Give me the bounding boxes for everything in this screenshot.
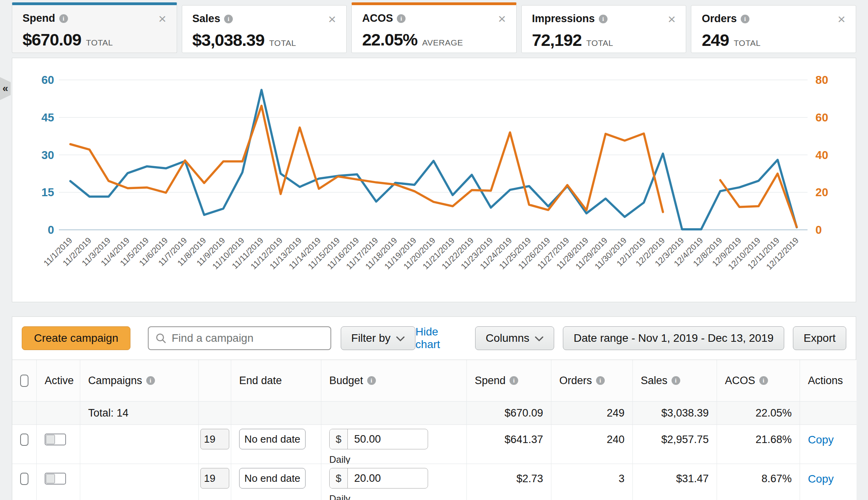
- end-date-button[interactable]: No end date: [239, 468, 306, 489]
- left-axis-tick: 30: [42, 149, 54, 161]
- filter-by-button[interactable]: Filter by: [341, 326, 416, 350]
- search-input[interactable]: [172, 332, 324, 345]
- start-date-input[interactable]: 19: [200, 429, 229, 449]
- card-sub-label: TOTAL: [586, 38, 613, 48]
- actions-cell: Copy: [800, 425, 857, 464]
- header-actions: Actions: [800, 360, 857, 402]
- left-axis-tick: 0: [48, 223, 54, 236]
- card-sub-label: AVERAGE: [422, 38, 463, 47]
- copy-link[interactable]: Copy: [808, 434, 834, 446]
- metric-card-impressions[interactable]: Impressions i × 72,192 TOTAL: [521, 5, 687, 53]
- info-icon[interactable]: i: [741, 15, 749, 23]
- close-icon[interactable]: ×: [328, 14, 336, 24]
- start-date-input[interactable]: 19: [200, 468, 229, 489]
- export-button[interactable]: Export: [793, 326, 846, 350]
- card-value: 249: [702, 30, 729, 50]
- campaign-name-cell[interactable]: [80, 464, 199, 500]
- active-toggle[interactable]: [45, 473, 66, 485]
- budget-value[interactable]: 50.00: [348, 429, 381, 449]
- orders-cell: 240: [551, 425, 633, 464]
- info-icon[interactable]: i: [224, 15, 233, 23]
- row-select-cell: [12, 425, 37, 464]
- info-icon[interactable]: i: [599, 15, 608, 23]
- metric-cards-row: Spend i × $670.09 TOTAL Sales i × $3,038…: [0, 0, 868, 53]
- toolbar-right-group: Hide chart Columns Date range - Nov 1, 2…: [415, 326, 846, 351]
- header-sales[interactable]: Salesi: [633, 360, 717, 402]
- copy-link[interactable]: Copy: [808, 473, 834, 485]
- header-acos-label: ACOS: [725, 375, 755, 387]
- hide-chart-link[interactable]: Hide chart: [415, 326, 461, 351]
- budget-value[interactable]: 20.00: [348, 468, 381, 488]
- totals-spend: $670.09: [467, 402, 551, 425]
- select-all-checkbox[interactable]: [20, 375, 28, 387]
- info-icon[interactable]: i: [596, 376, 605, 385]
- info-icon[interactable]: i: [367, 376, 376, 385]
- end-date-cell: No end date: [231, 464, 321, 500]
- series-line-spend: [70, 90, 797, 229]
- header-start-date: [199, 360, 231, 402]
- end-date-cell: No end date: [231, 425, 321, 464]
- toggle-knob: [46, 474, 55, 483]
- metrics-line-chart: 01530456002040608011/1/201911/2/201911/3…: [12, 58, 856, 302]
- close-icon[interactable]: ×: [838, 14, 845, 24]
- row-checkbox[interactable]: [20, 434, 28, 446]
- row-checkbox[interactable]: [20, 473, 28, 485]
- header-spend-label: Spend: [475, 375, 506, 387]
- close-icon[interactable]: ×: [668, 14, 676, 24]
- budget-input[interactable]: $ 50.00: [329, 429, 428, 449]
- totals-label: Total: 14: [80, 402, 199, 425]
- budget-input[interactable]: $ 20.00: [329, 468, 428, 489]
- card-title: Impressions: [532, 13, 595, 25]
- chevron-down-icon: [396, 332, 405, 345]
- card-value: 22.05%: [362, 30, 417, 49]
- date-range-button[interactable]: Date range - Nov 1, 2019 - Dec 13, 2019: [563, 326, 784, 350]
- card-value: 72,192: [532, 30, 582, 50]
- right-axis-tick: 40: [815, 149, 828, 161]
- currency-prefix: $: [330, 429, 348, 449]
- header-orders-label: Orders: [559, 375, 592, 387]
- create-campaign-button[interactable]: Create campaign: [22, 326, 130, 350]
- metric-card-orders[interactable]: Orders i × 249 TOTAL: [691, 5, 856, 53]
- row-active-cell: [37, 425, 80, 464]
- header-spend[interactable]: Spendi: [467, 360, 551, 402]
- metric-card-spend[interactable]: Spend i × $670.09 TOTAL: [12, 2, 177, 53]
- close-icon[interactable]: ×: [498, 14, 506, 23]
- left-axis-tick: 60: [42, 74, 54, 86]
- totals-orders: 249: [551, 402, 633, 425]
- campaigns-table: Active Campaignsi End date Budgeti Spend…: [12, 360, 856, 500]
- collapse-sidebar-tab[interactable]: «: [0, 77, 11, 100]
- info-icon[interactable]: i: [672, 376, 680, 385]
- columns-button[interactable]: Columns: [475, 326, 554, 350]
- info-icon[interactable]: i: [59, 14, 68, 23]
- header-end-date: End date: [231, 360, 321, 402]
- row-active-cell: [37, 464, 80, 500]
- campaigns-panel: Create campaign Filter by Hide chart Col…: [12, 316, 856, 500]
- right-axis-tick: 80: [815, 74, 828, 86]
- metric-card-acos[interactable]: ACOS i × 22.05% AVERAGE: [351, 2, 517, 53]
- campaign-search-box[interactable]: [148, 326, 331, 350]
- card-value: $670.09: [23, 30, 81, 49]
- header-acos[interactable]: ACOSi: [717, 360, 800, 402]
- card-value: $3,038.39: [192, 30, 264, 50]
- header-select-all: [12, 360, 37, 402]
- header-orders[interactable]: Ordersi: [551, 360, 633, 402]
- info-icon[interactable]: i: [146, 376, 155, 385]
- active-toggle[interactable]: [45, 434, 66, 445]
- info-icon[interactable]: i: [759, 376, 768, 385]
- header-budget: Budgeti: [321, 360, 467, 402]
- start-date-cell: 19: [199, 464, 231, 500]
- header-sales-label: Sales: [641, 375, 668, 387]
- header-campaigns: Campaignsi: [80, 360, 199, 402]
- metric-card-sales[interactable]: Sales i × $3,038.39 TOTAL: [182, 5, 347, 53]
- chart-panel: 01530456002040608011/1/201911/2/201911/3…: [12, 58, 856, 302]
- info-icon[interactable]: i: [397, 14, 406, 23]
- card-title: Sales: [192, 13, 221, 25]
- close-icon[interactable]: ×: [159, 14, 166, 23]
- totals-row-cell: [37, 402, 80, 425]
- card-title: ACOS: [362, 12, 393, 25]
- campaign-name-cell[interactable]: [80, 425, 199, 464]
- end-date-button[interactable]: No end date: [239, 429, 306, 449]
- right-axis-tick: 0: [815, 223, 822, 236]
- card-sub-label: TOTAL: [86, 38, 113, 47]
- info-icon[interactable]: i: [509, 376, 518, 385]
